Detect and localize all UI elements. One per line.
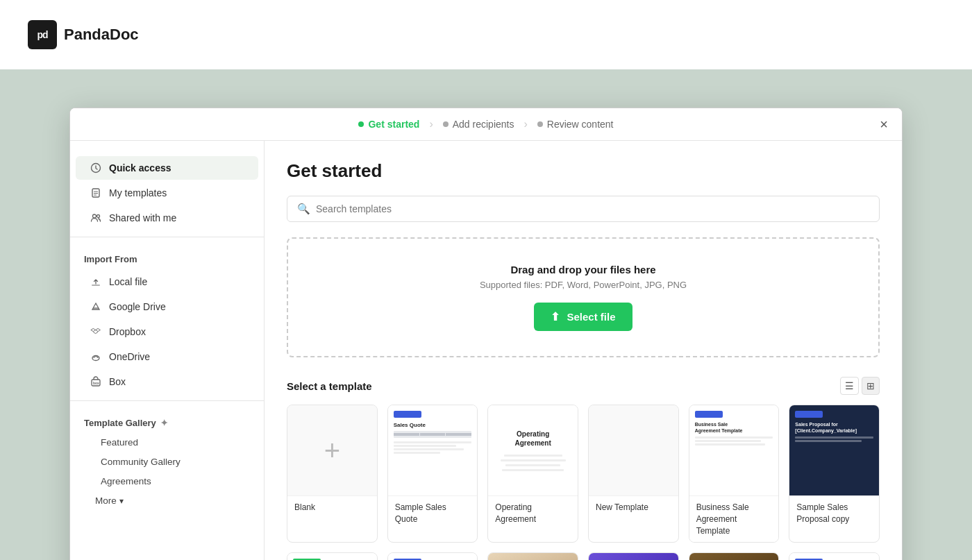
- template-card-operating-agreement[interactable]: OperatingAgreement Operating Agreement: [487, 405, 578, 543]
- logo: pd PandaDoc: [28, 20, 139, 49]
- template-label-sales-proposal: Sample Sales Proposal copy: [789, 495, 879, 531]
- template-card-invoice[interactable]: Invoice Invoice: [387, 552, 478, 560]
- search-input[interactable]: [316, 196, 869, 221]
- sidebar-item-shared[interactable]: Shared with me: [76, 206, 258, 230]
- upload-arrow-icon: ⬆: [551, 310, 560, 323]
- chevron-down-icon: ▾: [119, 496, 124, 506]
- main-content: Get started 🔍 Drag and drop your files h…: [265, 141, 902, 560]
- template-thumb-invoice: Invoice: [388, 553, 478, 560]
- step-review-content: Review content: [537, 119, 614, 130]
- list-view-button[interactable]: ☰: [840, 377, 859, 395]
- steps: Get started › Add recipients › Review co…: [358, 118, 613, 130]
- templates-grid-row2: Sales Proposal for[Client,Company] Sales…: [287, 552, 880, 560]
- template-thumb-business-sale: Business SaleAgreement Template: [689, 405, 779, 495]
- step-add-recipients: Add recipients: [443, 119, 514, 130]
- local-file-label: Local file: [109, 276, 147, 287]
- svg-point-3: [97, 215, 100, 218]
- logo-text: PandaDoc: [64, 26, 139, 44]
- box-label: Box: [109, 376, 126, 387]
- sidebar-item-dropbox[interactable]: Dropbox: [76, 320, 258, 343]
- template-card-sales-proposal[interactable]: Sales Proposal for[Client.Company_Variab…: [789, 405, 880, 543]
- template-label-sales-quote: Sample Sales Quote: [388, 495, 478, 531]
- template-thumb-wood: [689, 553, 779, 560]
- import-from-title: Import From: [70, 244, 264, 269]
- template-label-operating-agreement: Operating Agreement: [488, 495, 578, 531]
- template-thumb-sales-proposal-2: Sales Proposal for[Client,Company]: [287, 553, 377, 560]
- clock-icon: [90, 162, 102, 174]
- users-icon: [90, 212, 102, 224]
- templates-section-title: Select a template: [287, 380, 372, 392]
- sidebar-item-local-file[interactable]: Local file: [76, 270, 258, 294]
- template-gallery-title: Template Gallery ✦: [70, 408, 264, 432]
- template-card-sales-proposal-2[interactable]: Sales Proposal for[Client,Company] Sales…: [287, 552, 378, 560]
- template-card-conversion[interactable]: Conversion RateOptimizationProposal Temp…: [789, 552, 880, 560]
- template-label-new-template: New Template: [589, 495, 678, 519]
- template-label-business-sale: Business Sale Agreement Template: [689, 495, 779, 542]
- step-get-started: Get started: [358, 119, 419, 130]
- google-drive-icon: [90, 300, 102, 313]
- template-card-business-sale[interactable]: Business SaleAgreement Template Business…: [689, 405, 780, 543]
- template-card-sales-quote[interactable]: Sales Quote: [387, 405, 478, 543]
- templates-header: Select a template ☰ ⊞: [287, 377, 880, 395]
- sidebar-item-community-gallery[interactable]: Community Gallery: [76, 452, 258, 471]
- template-card-blank[interactable]: + Blank: [287, 405, 378, 543]
- step-dot-2: [443, 121, 449, 127]
- template-thumb-business-proposal: [589, 553, 678, 560]
- close-button[interactable]: ×: [880, 117, 888, 131]
- view-toggle: ☰ ⊞: [840, 377, 880, 395]
- sidebar-item-quick-access[interactable]: Quick access: [76, 156, 258, 180]
- onedrive-icon: [90, 350, 102, 363]
- chevron-2: ›: [523, 118, 527, 130]
- search-bar: 🔍: [287, 196, 880, 222]
- modal-header: Get started › Add recipients › Review co…: [70, 108, 902, 141]
- plus-icon: +: [324, 435, 340, 466]
- sidebar-item-my-templates[interactable]: My templates: [76, 181, 258, 205]
- upload-icon: [90, 275, 102, 288]
- template-thumb-new-template: [589, 405, 678, 495]
- step-dot-1: [358, 121, 364, 127]
- my-templates-label: My templates: [109, 187, 167, 198]
- dropzone-subtitle: Supported files: PDF, Word, PowerPoint, …: [302, 280, 864, 290]
- page-title: Get started: [287, 160, 880, 182]
- select-file-button[interactable]: ⬆ Select file: [534, 303, 632, 331]
- template-thumb-operating-agreement: OperatingAgreement: [488, 405, 578, 495]
- google-drive-label: Google Drive: [109, 301, 166, 312]
- quick-access-label: Quick access: [109, 162, 171, 173]
- sidebar-section-gallery: Template Gallery ✦ Featured Community Ga…: [70, 408, 264, 510]
- shared-label: Shared with me: [109, 212, 176, 223]
- template-card-interior[interactable]: [487, 552, 578, 560]
- drop-zone[interactable]: Drag and drop your files here Supported …: [287, 237, 880, 357]
- template-card-wood[interactable]: [689, 552, 780, 560]
- template-thumb-sales-quote: Sales Quote: [388, 405, 478, 495]
- sidebar-item-google-drive[interactable]: Google Drive: [76, 295, 258, 319]
- box-icon: box: [90, 375, 102, 388]
- template-thumb-conversion: Conversion RateOptimizationProposal Temp…: [789, 553, 879, 560]
- sidebar-section-import: Import From Local file: [70, 244, 264, 393]
- sidebar-more-button[interactable]: More ▾: [70, 491, 264, 510]
- file-icon: [90, 187, 102, 199]
- sidebar-divider-2: [70, 400, 264, 401]
- sidebar-item-featured[interactable]: Featured: [76, 433, 258, 452]
- dropbox-label: Dropbox: [109, 326, 146, 337]
- template-thumb-interior: [488, 553, 578, 560]
- template-thumb-blank: +: [287, 405, 377, 495]
- sidebar-item-agreements[interactable]: Agreements: [76, 472, 258, 491]
- svg-text:box: box: [93, 381, 99, 385]
- sidebar-section-quick-access: Quick access My templates: [70, 156, 264, 230]
- modal: Get started › Add recipients › Review co…: [69, 108, 903, 560]
- template-card-business-proposal[interactable]: Business Proposal Template: [588, 552, 679, 560]
- sidebar-divider-1: [70, 237, 264, 237]
- logo-icon: pd: [28, 20, 57, 49]
- grid-view-button[interactable]: ⊞: [862, 377, 880, 395]
- top-bar: pd PandaDoc: [0, 0, 972, 69]
- sidebar-item-onedrive[interactable]: OneDrive: [76, 345, 258, 368]
- template-card-new-template[interactable]: New Template: [588, 405, 679, 543]
- sidebar-item-box[interactable]: box Box: [76, 370, 258, 393]
- template-label-blank: Blank: [287, 495, 377, 519]
- sidebar: Quick access My templates: [70, 141, 265, 560]
- templates-grid-row1: + Blank Sales Quote: [287, 405, 880, 543]
- svg-point-2: [93, 214, 97, 218]
- dropbox-icon: [90, 325, 102, 338]
- onedrive-label: OneDrive: [109, 351, 150, 362]
- search-icon: 🔍: [297, 203, 310, 215]
